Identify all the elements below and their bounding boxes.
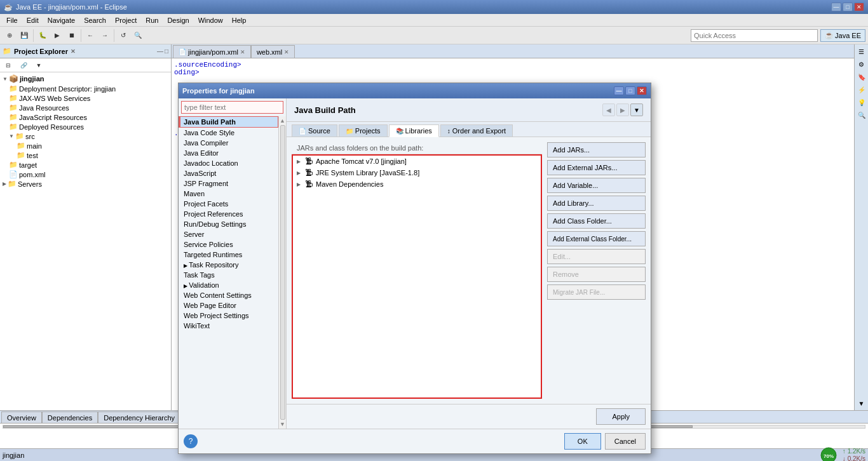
menu-window[interactable]: Window — [194, 15, 227, 25]
sidebar-collapse-btn[interactable]: — — [157, 48, 163, 55]
remove-btn[interactable]: Remove — [547, 267, 646, 282]
tab-pom-xml[interactable]: 📄 jingjian/pom.xml ✕ — [173, 45, 251, 58]
build-item-tomcat[interactable]: ▶ 🗜 Apache Tomcat v7.0 [jingjian] — [293, 156, 541, 167]
tree-item-deployment[interactable]: 📁 Deployment Descriptor: jingjian — [0, 84, 171, 93]
tab-order-export[interactable]: ↕ Order and Export — [440, 124, 513, 137]
close-btn[interactable]: ✕ — [854, 3, 864, 11]
left-scrollbar[interactable]: ▲ ▼ — [278, 116, 286, 429]
minimize-btn[interactable]: — — [831, 3, 841, 11]
run-btn[interactable]: ▶ — [50, 29, 64, 43]
link-editor-btn[interactable]: 🔗 — [17, 58, 31, 72]
menu-search[interactable]: Search — [80, 15, 110, 25]
build-path-tree[interactable]: ▶ 🗜 Apache Tomcat v7.0 [jingjian] ▶ 🗜 JR… — [292, 154, 542, 399]
tab-source[interactable]: 📄 Source — [292, 124, 337, 137]
edit-btn[interactable]: Edit... — [547, 249, 646, 264]
mini-btn-5[interactable]: 💡 — [856, 97, 867, 108]
prop-server[interactable]: Server — [179, 229, 278, 239]
add-external-class-folder-btn[interactable]: Add External Class Folder... — [547, 231, 646, 246]
debug-btn[interactable]: 🐛 — [36, 29, 50, 43]
dialog-minimize-btn[interactable]: — — [614, 86, 624, 95]
prop-java-build-path[interactable]: Java Build Path — [179, 116, 278, 128]
menu-project[interactable]: Project — [111, 15, 140, 25]
mini-btn-1[interactable]: ☰ — [856, 46, 867, 57]
prop-service-policies[interactable]: Service Policies — [179, 239, 278, 250]
nav-forward-btn[interactable]: ▶ — [616, 104, 629, 116]
prop-maven[interactable]: Maven — [179, 189, 278, 199]
prop-task-tags[interactable]: Task Tags — [179, 270, 278, 280]
collapse-all-btn[interactable]: ⊟ — [1, 58, 15, 72]
prop-project-facets[interactable]: Project Facets — [179, 199, 278, 209]
tab-webxml[interactable]: web.xml ✕ — [251, 45, 295, 58]
tree-item-pomxml[interactable]: 📄 pom.xml — [0, 170, 171, 179]
add-class-folder-btn[interactable]: Add Class Folder... — [547, 213, 646, 229]
perspective-btn[interactable]: ☕ Java EE — [820, 29, 865, 42]
refresh-btn[interactable]: ↺ — [116, 29, 130, 43]
prop-wikitext[interactable]: WikiText — [179, 321, 278, 331]
scroll-down-btn[interactable]: ▼ — [280, 421, 285, 427]
tree-item-jingjian[interactable]: ▼ 📦 jingjian — [0, 74, 171, 84]
prop-javascript[interactable]: JavaScript — [179, 168, 278, 178]
tab-projects[interactable]: 📁 Projects — [339, 124, 388, 137]
tree-item-main[interactable]: 📁 main — [0, 141, 171, 150]
apply-btn[interactable]: Apply — [596, 408, 646, 425]
add-jars-btn[interactable]: Add JARs... — [547, 142, 646, 157]
prop-java-editor[interactable]: Java Editor — [179, 148, 278, 158]
prop-web-project[interactable]: Web Project Settings — [179, 311, 278, 321]
tree-item-jaxws[interactable]: 📁 JAX-WS Web Services — [0, 93, 171, 103]
dialog-maximize-btn[interactable]: □ — [625, 86, 635, 95]
prop-javadoc[interactable]: Javadoc Location — [179, 158, 278, 168]
back-btn[interactable]: ← — [83, 29, 97, 43]
bottom-tab-overview[interactable]: Overview — [1, 411, 42, 423]
prop-web-page-editor[interactable]: Web Page Editor — [179, 300, 278, 311]
tree-item-src[interactable]: ▼ 📁 src — [0, 131, 171, 141]
tab-close-icon[interactable]: ✕ — [284, 49, 289, 55]
bottom-tab-dependencies[interactable]: Dependencies — [42, 411, 98, 423]
prop-task-repository[interactable]: Task Repository — [179, 260, 278, 270]
prop-java-compiler[interactable]: Java Compiler — [179, 138, 278, 148]
sidebar-maximize-btn[interactable]: □ — [165, 48, 168, 55]
prop-targeted-runtimes[interactable]: Targeted Runtimes — [179, 250, 278, 260]
build-item-jre[interactable]: ▶ 🗜 JRE System Library [JavaSE-1.8] — [293, 167, 541, 178]
properties-dialog[interactable]: Properties for jingjian — □ ✕ Java Build… — [178, 83, 651, 454]
menu-file[interactable]: File — [3, 15, 22, 25]
help-icon[interactable]: ? — [184, 434, 198, 448]
maximize-btn[interactable]: □ — [843, 3, 853, 11]
tree-item-servers[interactable]: ▶ 📁 Servers — [0, 179, 171, 189]
build-item-maven[interactable]: ▶ 🗜 Maven Dependencies — [293, 178, 541, 190]
prop-run-debug[interactable]: Run/Debug Settings — [179, 219, 278, 229]
tree-item-target[interactable]: 📁 target — [0, 160, 171, 170]
ok-btn[interactable]: OK — [564, 433, 601, 450]
scroll-thumb[interactable] — [280, 125, 285, 420]
tree-item-java-resources[interactable]: 📁 Java Resources — [0, 103, 171, 112]
sidebar-menu-btn[interactable]: ▼ — [32, 58, 46, 72]
bottom-tab-dep-hierarchy[interactable]: Dependency Hierarchy — [98, 411, 180, 423]
save-btn[interactable]: 💾 — [17, 29, 31, 43]
add-library-btn[interactable]: Add Library... — [547, 196, 646, 211]
tab-libraries[interactable]: 📚 Libraries — [389, 124, 439, 137]
filter-input[interactable] — [181, 101, 283, 114]
prop-web-content[interactable]: Web Content Settings — [179, 290, 278, 300]
forward-btn[interactable]: → — [98, 29, 112, 43]
menu-navigate[interactable]: Navigate — [44, 15, 79, 25]
cancel-btn[interactable]: Cancel — [605, 433, 646, 450]
quick-access-input[interactable] — [691, 29, 818, 42]
search-toolbar-btn[interactable]: 🔍 — [131, 29, 145, 43]
scroll-up-btn[interactable]: ▲ — [280, 117, 285, 124]
tree-item-test[interactable]: 📁 test — [0, 150, 171, 160]
mini-btn-4[interactable]: ⚡ — [856, 84, 867, 95]
dialog-close-btn[interactable]: ✕ — [637, 86, 647, 95]
prop-validation[interactable]: Validation — [179, 280, 278, 290]
prop-java-code-style[interactable]: Java Code Style — [179, 128, 278, 138]
menu-design[interactable]: Design — [163, 15, 193, 25]
stop-btn[interactable]: ⏹ — [65, 29, 79, 43]
migrate-jar-btn[interactable]: Migrate JAR File... — [547, 284, 646, 300]
tab-close-icon[interactable]: ✕ — [240, 49, 245, 55]
mini-btn-bottom[interactable]: ▼ — [856, 398, 867, 409]
mini-btn-6[interactable]: 🔍 — [856, 109, 867, 121]
tree-item-js-resources[interactable]: 📁 JavaScript Resources — [0, 112, 171, 122]
new-btn[interactable]: ⊕ — [3, 29, 17, 43]
nav-dropdown-btn[interactable]: ▼ — [630, 104, 643, 116]
menu-edit[interactable]: Edit — [23, 15, 43, 25]
prop-project-references[interactable]: Project References — [179, 209, 278, 219]
menu-help[interactable]: Help — [228, 15, 250, 25]
